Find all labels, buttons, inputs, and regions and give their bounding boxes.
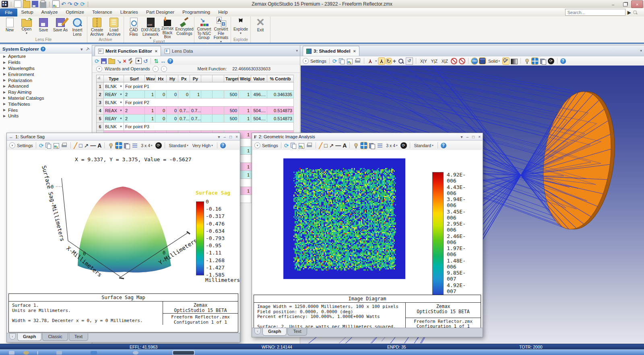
delete-operand-icon[interactable]: × [123,58,126,64]
quality-select[interactable]: Very High▾ [191,143,214,148]
view-xz-button[interactable]: X|Z [440,58,449,64]
spread-icon[interactable]: ↔ [160,58,166,64]
comment-cell[interactable]: For point P1 [124,82,294,90]
menu-analyze[interactable]: Analyze [37,8,62,16]
tab-scroll-icon[interactable]: ‹ [9,333,16,340]
help-icon[interactable] [220,143,226,148]
explode-button[interactable]: Explode▼ [232,17,249,37]
open-file-icon[interactable] [23,1,30,8]
operand-type-cell[interactable]: BLNK▼ [104,123,124,131]
weight-cell[interactable]: 1 [239,163,251,171]
close-tab-icon[interactable]: × [155,49,157,53]
encrypted-coatings-button[interactable]: Encrypted Coatings [176,17,193,37]
save-graphic-icon[interactable] [298,142,305,149]
window-menu-icon[interactable]: ▾ [640,49,642,53]
reset-view-icon[interactable] [406,57,413,65]
tab-text[interactable]: Text [287,328,307,336]
maximize-icon[interactable]: □ [229,135,232,139]
weight-cell[interactable]: 1 [239,187,251,195]
print-icon[interactable] [40,2,46,8]
py-cell[interactable]: 1 [190,90,201,98]
operand-type-cell[interactable]: BLNK▼ [104,98,124,107]
grid-select[interactable]: 3 x 4▾ [140,143,153,148]
value-cell[interactable]: 504.... [251,115,267,123]
wave-cell[interactable]: 1 [145,107,155,115]
tab-scroll-icon[interactable]: ‹ [254,328,261,334]
load-archive-button[interactable]: Load Archive [105,17,122,37]
contrib-cell[interactable]: 0.514873 [267,115,294,123]
menu-optimize[interactable]: Optimize [62,8,88,16]
undo-icon[interactable]: ↶ [61,1,66,7]
maximize-button[interactable] [619,0,631,8]
contrib-cell[interactable]: 0.514873 [267,107,294,115]
weight-cell[interactable] [239,155,251,163]
opacity-icon[interactable] [479,58,485,64]
line-tool-icon[interactable]: — [90,143,96,148]
copy-window-icon[interactable] [540,58,546,64]
gradient-icon[interactable] [511,59,518,64]
wizards-and-operands-label[interactable]: Wizards and Operands [105,66,150,71]
save-analysis-icon[interactable] [52,0,60,8]
sidebar-item-polarization[interactable]: ▶Polarization [0,77,92,83]
target-cell[interactable]: 500 [224,115,239,123]
overlay-icon[interactable] [377,142,383,149]
print-icon[interactable] [355,58,361,64]
save-file-icon[interactable] [32,1,38,7]
sidebar-item-environment[interactable]: ▶Environment [0,71,92,77]
taskbar-icon[interactable] [91,351,97,355]
menu-file[interactable]: File [0,8,17,16]
hy-cell[interactable]: 0 [167,107,178,115]
open-icon[interactable] [108,59,115,64]
orientation-icon[interactable] [367,58,374,64]
help-icon[interactable] [441,143,446,148]
print-icon[interactable] [61,142,68,149]
dxf-iges-linework-button[interactable]: DXF/IGES Linework▼ [142,17,159,39]
stamp-icon[interactable] [524,58,530,64]
weight-cell[interactable] [239,139,251,147]
standard-select[interactable]: Standard▾ [413,143,435,148]
open-button[interactable]: Open▼ [18,17,35,37]
pencil-tool-icon[interactable]: ╱ [319,143,322,148]
value-cell[interactable]: 504.... [251,107,267,115]
help-icon[interactable] [560,58,566,64]
operand-type-cell[interactable]: REAX▼ [104,107,124,115]
sidebar-item-aperture[interactable]: ▶Aperture [0,53,92,60]
copy-window-icon[interactable] [124,142,130,149]
hy-cell[interactable]: 0 [167,90,178,98]
hide-faces-icon[interactable] [451,58,457,64]
surface-sag-titlebar[interactable]: ↔ 1: Surface Sag ▾ – □ × [7,133,240,141]
pencil-tool-icon[interactable]: ╱ [74,143,77,148]
weight-cell[interactable] [239,179,251,187]
chevron-left-icon[interactable]: ‹ [153,66,159,72]
close-tab-icon[interactable]: × [353,49,355,53]
save-graphic-icon[interactable] [53,142,60,149]
zemax-black-box-button[interactable]: Zemax Black Box [159,17,176,39]
hx-cell[interactable]: 0 [155,90,167,98]
taskbar-icon[interactable] [9,351,14,355]
rotate-view-icon[interactable]: ↻ [386,58,391,64]
tab-graph[interactable]: Graph [262,328,287,336]
hx-cell[interactable]: 0 [155,107,167,115]
settings-button[interactable]: ▾Settings [303,58,326,64]
line-tool-icon[interactable]: — [335,143,341,148]
hx-cell[interactable]: 0 [155,115,167,123]
sort-operands-icon[interactable]: ⇅ [154,58,159,64]
help-icon[interactable] [167,58,173,64]
wave-cell[interactable]: 1 [145,115,155,123]
copy-icon[interactable] [339,58,345,64]
stamp-icon[interactable] [107,142,114,149]
minimize-icon[interactable]: – [224,135,226,139]
weight-cell[interactable]: 1 [239,107,251,115]
close-icon[interactable]: × [235,135,238,139]
value-cell[interactable]: 496.... [251,90,267,98]
target-cell[interactable]: 500 [224,90,239,98]
sidebar-item-material-catalogs[interactable]: ▶Material Catalogs [0,95,92,101]
fit-window-icon[interactable] [116,142,122,149]
tab-classic[interactable]: Classic [42,333,68,341]
weight-cell[interactable]: 1 [239,90,251,98]
copy-icon[interactable] [290,142,297,149]
window-menu-icon[interactable]: ▾ [218,135,220,139]
settings-button[interactable]: ▾Settings [254,142,278,148]
save-icon[interactable] [101,58,107,64]
pin-icon[interactable]: ⊤ [85,46,91,52]
